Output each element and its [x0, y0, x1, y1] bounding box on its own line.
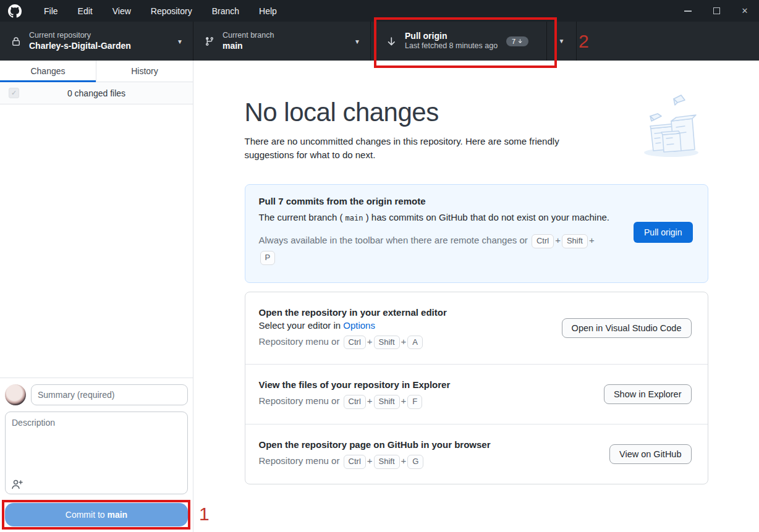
- pull-commits-badge: 7: [506, 36, 528, 46]
- changed-files-row: ✓ 0 changed files: [0, 82, 193, 104]
- tab-history[interactable]: History: [96, 61, 193, 82]
- menu-edit[interactable]: Edit: [68, 0, 103, 22]
- plus-separator: +: [367, 395, 373, 406]
- plus-separator: +: [367, 455, 373, 466]
- sidebar-tabs: Changes History: [0, 61, 193, 82]
- maximize-icon: [713, 7, 720, 14]
- person-add-icon: [11, 478, 23, 491]
- commit-form: Commit to main: [0, 378, 193, 532]
- plus-separator: +: [555, 235, 561, 245]
- tab-changes[interactable]: Changes: [0, 61, 96, 82]
- kbd-ctrl: Ctrl: [344, 336, 366, 350]
- plus-separator: +: [367, 336, 373, 347]
- main-content: No local changes There are no uncommitte…: [193, 61, 759, 532]
- current-repository-label: Current repository: [29, 31, 131, 41]
- select-all-checkbox[interactable]: ✓: [9, 88, 19, 98]
- pull-commits-count: 7: [512, 38, 515, 45]
- pull-origin-last-fetched: Last fetched 8 minutes ago: [405, 41, 498, 51]
- close-button[interactable]: ✕: [731, 0, 759, 22]
- user-avatar: [5, 384, 26, 405]
- menu-branch[interactable]: Branch: [202, 0, 249, 22]
- plus-separator: +: [589, 235, 595, 245]
- menu-view[interactable]: View: [103, 0, 141, 22]
- suggestion-title: Open the repository in your external edi…: [259, 307, 694, 318]
- pull-origin-button[interactable]: Pull origin Last fetched 8 minutes ago 7: [371, 22, 547, 61]
- menu-repository[interactable]: Repository: [141, 0, 202, 22]
- kbd-p: P: [260, 251, 276, 265]
- options-link[interactable]: Options: [343, 320, 375, 331]
- kbd-ctrl: Ctrl: [344, 395, 366, 409]
- toolbar-spacer: [577, 22, 759, 61]
- current-branch-label: Current branch: [223, 31, 274, 41]
- kbd-g: G: [407, 455, 423, 469]
- titlebar: File Edit View Repository Branch Help ✕: [0, 0, 759, 22]
- chevron-down-icon: ▼: [177, 38, 183, 44]
- window-controls: ✕: [674, 0, 759, 22]
- suggestion-hint-text: Repository menu or: [259, 336, 340, 347]
- chevron-down-icon: ▼: [559, 38, 565, 44]
- open-in-vscode-button[interactable]: Open in Visual Studio Code: [562, 318, 692, 338]
- suggestion-hint-text: Repository menu or: [259, 395, 340, 406]
- commit-to-main-button[interactable]: Commit to main: [5, 503, 188, 526]
- github-desktop-window: File Edit View Repository Branch Help ✕ …: [0, 0, 759, 532]
- kbd-f: F: [407, 395, 422, 409]
- pull-origin-dropdown-button[interactable]: ▼: [547, 22, 577, 61]
- lock-icon: [11, 36, 21, 46]
- suggestion-editor-line-text: Select your editor in: [259, 320, 344, 331]
- kbd-ctrl: Ctrl: [532, 234, 554, 248]
- arrow-down-icon: [517, 38, 523, 44]
- commit-summary-input[interactable]: [31, 384, 188, 405]
- pull-card-body-post: ) has commits on GitHub that do not exis…: [366, 212, 609, 222]
- pull-card-title: Pull 7 commits from the origin remote: [259, 196, 694, 206]
- paper-stack-illustration: [635, 93, 708, 159]
- github-logo-icon: [8, 4, 22, 18]
- suggestions-group: Open the repository in your external edi…: [245, 292, 708, 484]
- arrow-down-icon: [386, 36, 397, 47]
- git-branch-icon: [205, 36, 214, 46]
- view-on-github-button[interactable]: View on GitHub: [609, 444, 691, 464]
- close-icon: ✕: [742, 6, 748, 15]
- menu-bar: File Edit View Repository Branch Help: [34, 0, 287, 22]
- minimize-icon: [684, 11, 692, 12]
- suggestion-view-github: Open the repository page on GitHub in yo…: [245, 424, 708, 484]
- kbd-shift: Shift: [374, 395, 400, 409]
- commit-description-input[interactable]: [5, 412, 188, 494]
- current-branch-dropdown[interactable]: Current branch main ▼: [193, 22, 371, 61]
- commit-button-label: Commit to: [66, 510, 108, 520]
- plus-separator: +: [401, 455, 407, 466]
- pull-card-hint: Always available in the toolbar when the…: [259, 232, 642, 265]
- current-branch-name: main: [223, 41, 274, 52]
- current-repository-name: Charley-s-Digital-Garden: [29, 41, 131, 52]
- maximize-button[interactable]: [702, 0, 731, 22]
- kbd-shift: Shift: [562, 234, 588, 248]
- kbd-shift: Shift: [374, 455, 400, 469]
- add-coauthor-button[interactable]: [11, 478, 23, 491]
- pull-card-body: The current branch ( main ) has commits …: [259, 210, 630, 224]
- sidebar: Changes History ✓ 0 changed files Commit…: [0, 61, 193, 532]
- pull-origin-title: Pull origin: [405, 31, 498, 42]
- suggestion-hint-text: Repository menu or: [259, 455, 340, 466]
- plus-separator: +: [401, 336, 407, 347]
- commit-button-branch: main: [108, 510, 128, 520]
- current-repository-dropdown[interactable]: Current repository Charley-s-Digital-Gar…: [0, 22, 193, 61]
- pull-card-body-pre: The current branch (: [259, 212, 343, 222]
- plus-separator: +: [401, 395, 407, 406]
- changed-files-count: 0 changed files: [0, 88, 193, 98]
- suggestion-external-editor: Open the repository in your external edi…: [245, 292, 708, 365]
- minimize-button[interactable]: [674, 0, 702, 22]
- menu-file[interactable]: File: [34, 0, 68, 22]
- pull-suggestion-card: Pull 7 commits from the origin remote Th…: [245, 184, 708, 283]
- chevron-down-icon: ▼: [354, 38, 360, 44]
- branch-name-code: main: [346, 214, 363, 222]
- kbd-ctrl: Ctrl: [344, 455, 366, 469]
- pull-origin-card-button[interactable]: Pull origin: [634, 222, 692, 243]
- pull-card-hint-text: Always available in the toolbar when the…: [259, 235, 528, 245]
- kbd-a: A: [407, 336, 423, 350]
- page-subtitle: There are no uncommitted changes in this…: [245, 135, 594, 162]
- kbd-shift: Shift: [374, 336, 400, 350]
- toolbar: Current repository Charley-s-Digital-Gar…: [0, 22, 759, 61]
- show-in-explorer-button[interactable]: Show in Explorer: [604, 384, 692, 404]
- menu-help[interactable]: Help: [249, 0, 287, 22]
- suggestion-show-explorer: View the files of your repository in Exp…: [245, 365, 708, 424]
